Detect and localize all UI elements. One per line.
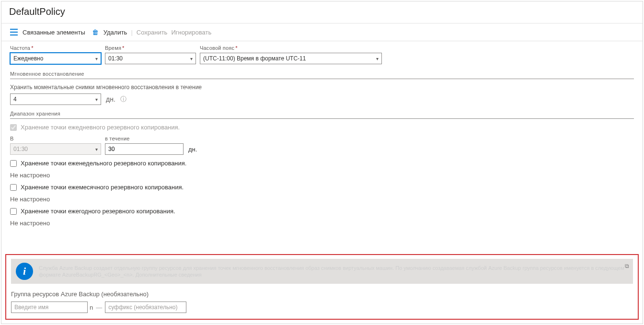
info-text: Служба Azure Backup создает отдельную гр… [39, 265, 628, 279]
monthly-not-configured: Не настроено [10, 196, 634, 203]
timezone-select[interactable]: (UTC-11:00) Время в формате UTC-11 ▾ [200, 53, 382, 64]
retention-section-title: Диапазон хранения [10, 111, 634, 116]
chevron-down-icon: ▾ [95, 56, 98, 61]
time-select[interactable]: 01:30 ▾ [105, 53, 196, 64]
related-items-link[interactable]: Связанные элементы [23, 29, 85, 36]
monthly-check-label: Хранение точки ежемесячного резервного к… [21, 184, 184, 191]
instant-unit: дн. [106, 95, 115, 103]
rg-suffix-input[interactable] [105, 302, 186, 313]
dash: — [96, 304, 102, 311]
frequency-label: Частота* [10, 45, 101, 51]
at-time-value: 01:30 [13, 146, 28, 152]
for-unit: дн. [188, 146, 197, 153]
chevron-down-icon: ▾ [95, 147, 98, 152]
toolbar: Связанные элементы 🗑 Удалить | Сохранить… [1, 23, 643, 41]
daily-checkbox [10, 124, 17, 131]
delete-button[interactable]: Удалить [104, 29, 127, 36]
external-link-icon[interactable]: ⧉ [625, 263, 629, 269]
instant-days-select[interactable]: 4 ▾ [10, 93, 101, 105]
rg-label: Группа ресурсов Azure Backup (необязател… [11, 290, 633, 298]
info-icon: i [16, 263, 33, 280]
ignore-button: Игнорировать [171, 29, 211, 36]
info-icon[interactable]: ⓘ [120, 95, 126, 104]
list-icon [10, 29, 18, 35]
for-days-input[interactable] [105, 143, 184, 155]
rg-name-input[interactable] [11, 302, 88, 313]
time-value: 01:30 [108, 55, 123, 62]
frequency-select[interactable]: Ежедневно ▾ [10, 53, 101, 64]
rg-n-literal: n [90, 304, 93, 311]
weekly-not-configured: Не настроено [10, 172, 634, 179]
instant-days-value: 4 [13, 96, 17, 103]
frequency-value: Ежедневно [13, 55, 43, 62]
timezone-value: (UTC-11:00) Время в формате UTC-11 [203, 55, 306, 62]
trash-icon: 🗑 [92, 28, 99, 36]
chevron-down-icon: ▾ [95, 97, 98, 102]
save-button: Сохранить [137, 29, 168, 36]
instant-section-title: Мгновенное восстановление [10, 71, 634, 77]
chevron-down-icon: ▾ [376, 56, 379, 61]
at-label: В [10, 136, 101, 141]
divider [10, 118, 634, 119]
rg-highlight-box: i Служба Azure Backup создает отдельную … [5, 254, 639, 320]
info-banner: i Служба Azure Backup создает отдельную … [11, 259, 633, 284]
chevron-down-icon: ▾ [190, 56, 193, 61]
instant-label: Хранить моментальные снимки мгновенного … [10, 84, 634, 91]
weekly-check-label: Хранение точки еженедельного резервного … [21, 160, 186, 167]
yearly-check-label: Хранение точки ежегодного резервного коп… [21, 208, 175, 215]
yearly-checkbox[interactable] [10, 208, 17, 215]
monthly-checkbox[interactable] [10, 184, 17, 191]
at-time-select: 01:30 ▾ [10, 143, 101, 155]
timezone-label: Часовой пояс* [200, 45, 382, 51]
daily-check-label: Хранение точки ежедневного резервного ко… [21, 124, 180, 131]
yearly-not-configured: Не настроено [10, 220, 634, 227]
page-title: DefaultPolicy [9, 6, 635, 17]
time-label: Время* [105, 45, 196, 51]
divider [10, 79, 634, 79]
panel-header: DefaultPolicy [1, 1, 643, 23]
weekly-checkbox[interactable] [10, 160, 17, 167]
for-label: в течение [105, 136, 196, 141]
